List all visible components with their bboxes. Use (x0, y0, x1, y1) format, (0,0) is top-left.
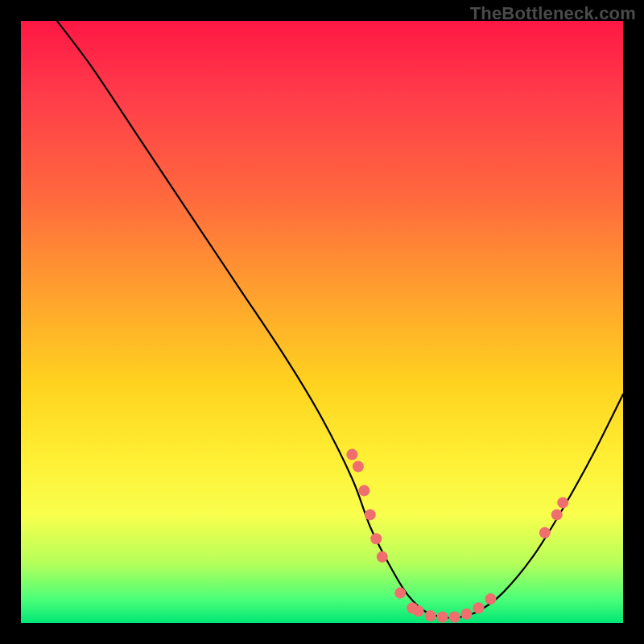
highlight-point (370, 533, 382, 544)
highlight-point (437, 612, 448, 623)
highlight-point (461, 609, 473, 620)
highlight-point (539, 527, 551, 539)
highlight-point (449, 612, 460, 623)
highlight-point (485, 593, 496, 605)
highlight-points-group (346, 449, 568, 623)
chart-frame (21, 21, 623, 623)
highlight-point (358, 485, 369, 496)
chart-overlay-svg (21, 21, 623, 623)
highlight-point (394, 588, 406, 599)
highlight-point (365, 509, 376, 520)
highlight-point (377, 551, 388, 563)
highlight-point (346, 449, 357, 460)
highlight-point (557, 497, 568, 508)
highlight-point (353, 461, 364, 473)
highlight-point (425, 610, 436, 621)
highlight-point (551, 509, 563, 520)
bottleneck-curve (57, 21, 623, 617)
highlight-point (413, 605, 424, 617)
highlight-point (473, 602, 485, 613)
